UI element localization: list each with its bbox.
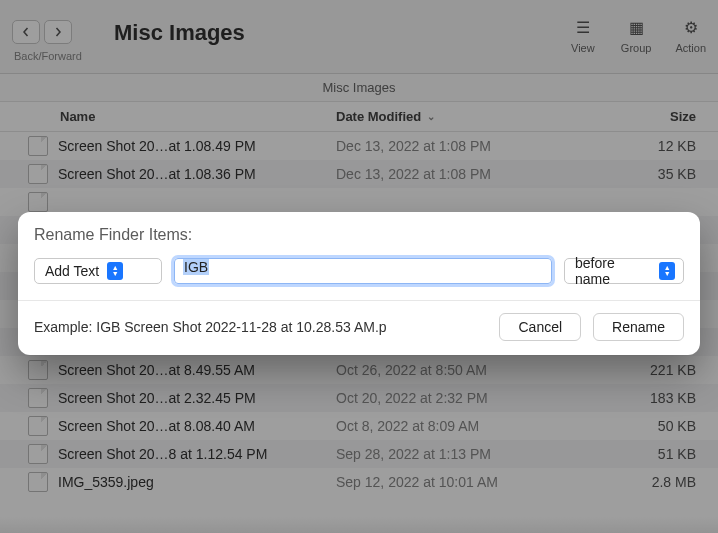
chevron-down-icon: ⌄ <box>427 111 435 122</box>
action-label: Action <box>675 42 706 54</box>
example-filename: IGB Screen Shot 2022-11-28 at 10.28.53 A… <box>96 319 386 335</box>
file-name: Screen Shot 20…at 8.08.40 AM <box>58 418 336 434</box>
file-date: Oct 26, 2022 at 8:50 AM <box>336 362 586 378</box>
col-name[interactable]: Name <box>0 109 336 124</box>
file-size: 183 KB <box>586 390 718 406</box>
rename-dialog: Rename Finder Items: Add Text ▲▼ IGB bef… <box>18 212 700 355</box>
chevron-left-icon <box>21 27 31 37</box>
file-size: 12 KB <box>586 138 718 154</box>
list-view-icon: ☰ <box>569 16 597 38</box>
chevron-right-icon <box>53 27 63 37</box>
nav-labels: Back/Forward <box>14 50 82 62</box>
file-icon <box>28 164 48 184</box>
file-name: Screen Shot 20…at 1.08.36 PM <box>58 166 336 182</box>
file-name: IMG_5359.jpeg <box>58 474 336 490</box>
dialog-title: Rename Finder Items: <box>18 212 700 254</box>
view-label: View <box>571 42 595 54</box>
rename-button[interactable]: Rename <box>593 313 684 341</box>
toolbar: Back/Forward Misc Images ☰ View ▦ Group … <box>0 0 718 74</box>
finder-window: Back/Forward Misc Images ☰ View ▦ Group … <box>0 0 718 533</box>
column-header: Name Date Modified ⌄ Size <box>0 102 718 132</box>
example-text: Example: IGB Screen Shot 2022-11-28 at 1… <box>34 319 487 335</box>
cancel-button[interactable]: Cancel <box>499 313 581 341</box>
back-label: Back <box>14 50 38 62</box>
position-select[interactable]: before name ▲▼ <box>564 258 684 284</box>
file-date: Oct 20, 2022 at 2:32 PM <box>336 390 586 406</box>
action-select[interactable]: Add Text ▲▼ <box>34 258 162 284</box>
col-date[interactable]: Date Modified ⌄ <box>336 109 586 124</box>
file-size: 51 KB <box>586 446 718 462</box>
file-date: Sep 12, 2022 at 10:01 AM <box>336 474 586 490</box>
table-row[interactable]: Screen Shot 20…at 8.49.55 AMOct 26, 2022… <box>0 356 718 384</box>
position-select-value: before name <box>575 255 651 287</box>
file-name: Screen Shot 20…at 1.08.49 PM <box>58 138 336 154</box>
file-icon <box>28 192 48 212</box>
file-date: Dec 13, 2022 at 1:08 PM <box>336 166 586 182</box>
file-name: Screen Shot 20…at 8.49.55 AM <box>58 362 336 378</box>
gear-icon: ⚙ <box>677 16 705 38</box>
file-name: Screen Shot 20…at 2.32.45 PM <box>58 390 336 406</box>
col-date-label: Date Modified <box>336 109 421 124</box>
file-name: Screen Shot 20…8 at 1.12.54 PM <box>58 446 336 462</box>
back-button[interactable] <box>12 20 40 44</box>
group-tool[interactable]: ▦ Group <box>621 16 652 54</box>
file-size: 221 KB <box>586 362 718 378</box>
table-row[interactable]: Screen Shot 20…8 at 1.12.54 PMSep 28, 20… <box>0 440 718 468</box>
file-icon <box>28 444 48 464</box>
action-select-value: Add Text <box>45 263 99 279</box>
bottom-gradient <box>0 517 718 533</box>
pathbar: Misc Images <box>0 74 718 102</box>
file-date: Dec 13, 2022 at 1:08 PM <box>336 138 586 154</box>
forward-label: Forward <box>42 50 82 62</box>
pathbar-label: Misc Images <box>323 80 396 95</box>
stepper-arrows-icon: ▲▼ <box>107 262 123 280</box>
file-size: 2.8 MB <box>586 474 718 490</box>
table-row[interactable]: IMG_5359.jpegSep 12, 2022 at 10:01 AM2.8… <box>0 468 718 496</box>
view-tool[interactable]: ☰ View <box>569 16 597 54</box>
file-icon <box>28 360 48 380</box>
action-tool[interactable]: ⚙ Action <box>675 16 706 54</box>
text-input[interactable]: IGB <box>174 258 552 284</box>
file-size: 50 KB <box>586 418 718 434</box>
group-label: Group <box>621 42 652 54</box>
file-icon <box>28 136 48 156</box>
file-date: Oct 8, 2022 at 8:09 AM <box>336 418 586 434</box>
file-date: Sep 28, 2022 at 1:13 PM <box>336 446 586 462</box>
group-icon: ▦ <box>622 16 650 38</box>
table-row[interactable]: Screen Shot 20…at 2.32.45 PMOct 20, 2022… <box>0 384 718 412</box>
table-row[interactable]: Screen Shot 20…at 1.08.36 PMDec 13, 2022… <box>0 160 718 188</box>
file-icon <box>28 416 48 436</box>
example-prefix: Example: <box>34 319 96 335</box>
stepper-arrows-icon: ▲▼ <box>659 262 675 280</box>
file-icon <box>28 388 48 408</box>
table-row[interactable]: Screen Shot 20…at 1.08.49 PMDec 13, 2022… <box>0 132 718 160</box>
file-size: 35 KB <box>586 166 718 182</box>
forward-button[interactable] <box>44 20 72 44</box>
file-icon <box>28 472 48 492</box>
col-size[interactable]: Size <box>586 109 718 124</box>
table-row[interactable]: Screen Shot 20…at 8.08.40 AMOct 8, 2022 … <box>0 412 718 440</box>
window-title: Misc Images <box>114 20 245 46</box>
text-input-value: IGB <box>183 259 209 275</box>
